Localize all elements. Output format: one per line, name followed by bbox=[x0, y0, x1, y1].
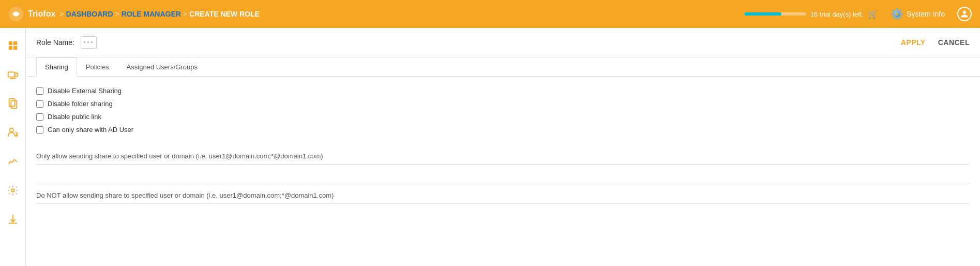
breadcrumb: > DASHBOARD > ROLE MANAGER > CREATE NEW … bbox=[59, 10, 260, 18]
trial-info: 16 trial day(s) left. 🛒 bbox=[744, 9, 878, 19]
sidebar-item-reports[interactable] bbox=[4, 152, 22, 171]
sidebar-item-settings[interactable] bbox=[4, 181, 22, 200]
logo[interactable]: Triofox bbox=[8, 6, 55, 22]
svg-rect-6 bbox=[8, 72, 14, 77]
tab-sharing[interactable]: Sharing bbox=[36, 57, 77, 77]
sidebar bbox=[0, 28, 26, 266]
breadcrumb-sep-1: > bbox=[59, 10, 64, 18]
cart-icon[interactable]: 🛒 bbox=[868, 9, 878, 19]
topbar-right: 16 trial day(s) left. 🛒 ⚙️ System Info bbox=[744, 7, 972, 21]
tab-policies[interactable]: Policies bbox=[77, 57, 118, 77]
allow-field-divider bbox=[36, 164, 970, 165]
svg-rect-7 bbox=[14, 73, 17, 76]
checkbox-item-disable-folder: Disable folder sharing bbox=[36, 100, 970, 108]
ad-user-only-label: Can only share with AD User bbox=[48, 126, 133, 134]
svg-point-1 bbox=[14, 12, 18, 16]
role-name-row: Role Name: ··· APPLY CANCEL bbox=[26, 28, 980, 57]
svg-rect-10 bbox=[11, 101, 17, 109]
gear-icon: ⚙️ bbox=[891, 8, 903, 20]
allow-share-input[interactable] bbox=[36, 167, 970, 174]
breadcrumb-sep-2: > bbox=[115, 10, 119, 18]
svg-point-11 bbox=[9, 128, 13, 132]
tab-content-sharing: Disable External Sharing Disable folder … bbox=[26, 77, 980, 232]
disable-external-sharing-checkbox[interactable] bbox=[36, 87, 43, 95]
main-layout: Role Name: ··· APPLY CANCEL Sharing Poli… bbox=[0, 28, 980, 266]
sidebar-item-dashboard[interactable] bbox=[4, 36, 22, 55]
system-info-button[interactable]: ⚙️ System Info bbox=[891, 8, 945, 20]
disable-public-link-checkbox[interactable] bbox=[36, 113, 43, 121]
apply-button[interactable]: APPLY bbox=[901, 38, 926, 47]
role-name-input-area: ··· bbox=[81, 36, 97, 49]
svg-point-12 bbox=[11, 189, 14, 192]
allow-share-section: Only allow sending share to specified us… bbox=[36, 144, 970, 183]
checkbox-item-ad-user: Can only share with AD User bbox=[36, 126, 970, 134]
svg-rect-9 bbox=[9, 99, 14, 107]
action-buttons: APPLY CANCEL bbox=[901, 38, 970, 47]
sidebar-item-files[interactable] bbox=[4, 94, 22, 113]
svg-rect-4 bbox=[8, 46, 12, 50]
disable-public-link-label: Disable public link bbox=[48, 113, 101, 121]
breadcrumb-create-role: CREATE NEW ROLE bbox=[189, 10, 260, 18]
breadcrumb-sep-3: > bbox=[183, 10, 187, 18]
svg-rect-5 bbox=[13, 46, 17, 50]
deny-share-label: Do NOT allow sending share to specified … bbox=[36, 191, 970, 199]
sidebar-item-download[interactable] bbox=[4, 210, 22, 229]
deny-field-divider bbox=[36, 203, 970, 204]
role-name-dots-button[interactable]: ··· bbox=[81, 36, 97, 49]
checkbox-group: Disable External Sharing Disable folder … bbox=[36, 87, 970, 134]
checkbox-item-disable-external: Disable External Sharing bbox=[36, 87, 970, 95]
topbar: Triofox > DASHBOARD > ROLE MANAGER > CRE… bbox=[0, 0, 980, 28]
trial-progress-fill bbox=[744, 12, 781, 16]
tab-assigned-users[interactable]: Assigned Users/Groups bbox=[118, 57, 206, 77]
breadcrumb-dashboard[interactable]: DASHBOARD bbox=[66, 10, 113, 18]
content-area: Role Name: ··· APPLY CANCEL Sharing Poli… bbox=[26, 28, 980, 266]
tabs-row: Sharing Policies Assigned Users/Groups bbox=[26, 57, 980, 77]
deny-share-input[interactable] bbox=[36, 206, 970, 214]
sidebar-item-users[interactable] bbox=[4, 123, 22, 142]
svg-rect-3 bbox=[13, 41, 17, 45]
sidebar-item-devices[interactable] bbox=[4, 65, 22, 84]
cancel-button[interactable]: CANCEL bbox=[938, 38, 970, 47]
trial-text: 16 trial day(s) left. bbox=[810, 10, 864, 18]
ad-user-only-checkbox[interactable] bbox=[36, 126, 43, 134]
breadcrumb-role-manager[interactable]: ROLE MANAGER bbox=[122, 10, 181, 18]
disable-external-sharing-label: Disable External Sharing bbox=[48, 87, 122, 95]
deny-share-section: Do NOT allow sending share to specified … bbox=[36, 183, 970, 222]
allow-share-label: Only allow sending share to specified us… bbox=[36, 152, 970, 160]
user-avatar[interactable] bbox=[957, 7, 972, 21]
disable-folder-sharing-checkbox[interactable] bbox=[36, 100, 43, 108]
trial-progress-bar bbox=[744, 12, 806, 16]
system-info-label: System Info bbox=[907, 10, 945, 18]
logo-text: Triofox bbox=[28, 9, 55, 19]
role-name-label: Role Name: bbox=[36, 38, 74, 47]
checkbox-item-disable-public: Disable public link bbox=[36, 113, 970, 121]
svg-rect-2 bbox=[8, 41, 12, 45]
disable-folder-sharing-label: Disable folder sharing bbox=[48, 100, 113, 108]
